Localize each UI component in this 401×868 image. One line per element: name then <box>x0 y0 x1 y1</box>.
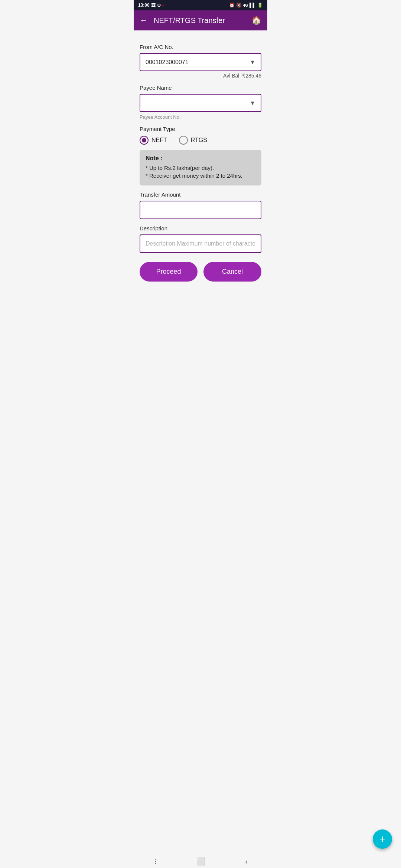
back-button[interactable]: ← <box>140 16 148 25</box>
mute-icon: 🔇 <box>236 3 242 8</box>
note-item-1: * Up to Rs.2 lakhs(per day). <box>146 165 255 171</box>
photo-icon: 🖼 <box>151 3 156 8</box>
from-account-label: From A/C No. <box>140 44 261 50</box>
payment-type-label: Payment Type <box>140 126 261 132</box>
page-title: NEFT/RTGS Transfer <box>154 16 245 25</box>
neft-radio-inner <box>142 138 146 142</box>
form-content: From A/C No. 0001023000071 ▼ Avl Bal ₹28… <box>134 30 267 295</box>
note-item-2: * Receiver get money within 2 to 24hrs. <box>146 172 255 179</box>
payment-type-radio-group: NEFT RTGS <box>140 136 261 145</box>
cancel-button[interactable]: Cancel <box>203 262 261 282</box>
avl-bal-label: Avl Bal <box>223 73 239 79</box>
header: ← NEFT/RTGS Transfer 🏠 <box>134 10 267 30</box>
from-account-select[interactable]: 0001023000071 <box>140 54 261 70</box>
signal-icon: ▌▌ <box>250 3 256 8</box>
media-icon: ⊙ <box>157 3 161 8</box>
home-button[interactable]: 🏠 <box>251 16 261 25</box>
status-right: ⏰ 🔇 4G ▌▌ 🔋 <box>229 3 263 8</box>
neft-radio-item[interactable]: NEFT <box>140 136 167 145</box>
transfer-amount-label: Transfer Amount <box>140 191 261 198</box>
description-label: Description <box>140 225 261 231</box>
payee-name-label: Payee Name <box>140 85 261 91</box>
alarm-icon: ⏰ <box>229 3 235 8</box>
rtgs-label: RTGS <box>191 137 207 144</box>
proceed-button[interactable]: Proceed <box>140 262 198 282</box>
transfer-amount-input[interactable] <box>140 201 261 219</box>
note-box: Note : * Up to Rs.2 lakhs(per day). * Re… <box>140 150 261 185</box>
avl-bal-value: ₹285.46 <box>242 73 261 79</box>
rtgs-radio-item[interactable]: RTGS <box>179 136 207 145</box>
available-balance: Avl Bal ₹285.46 <box>140 73 261 79</box>
button-row: Proceed Cancel <box>140 262 261 282</box>
rtgs-radio-outer <box>179 136 188 145</box>
battery-red-icon: ▪ <box>162 3 164 8</box>
time-display: 13:00 <box>138 3 150 8</box>
note-title: Note : <box>146 155 255 162</box>
neft-radio-outer <box>140 136 149 145</box>
payee-account-label: Payee Account No: <box>140 114 261 120</box>
status-bar: 13:00 🖼 ⊙ ▪ ⏰ 🔇 4G ▌▌ 🔋 <box>134 0 267 10</box>
payee-name-select[interactable] <box>140 95 261 111</box>
status-left: 13:00 🖼 ⊙ ▪ <box>138 3 164 8</box>
battery-icon: 🔋 <box>257 3 263 8</box>
from-account-select-wrapper[interactable]: 0001023000071 ▼ <box>140 53 261 71</box>
neft-label: NEFT <box>151 137 167 144</box>
description-input[interactable] <box>140 234 261 253</box>
network-icon: 4G <box>243 3 248 7</box>
payee-name-select-wrapper[interactable]: ▼ <box>140 94 261 112</box>
